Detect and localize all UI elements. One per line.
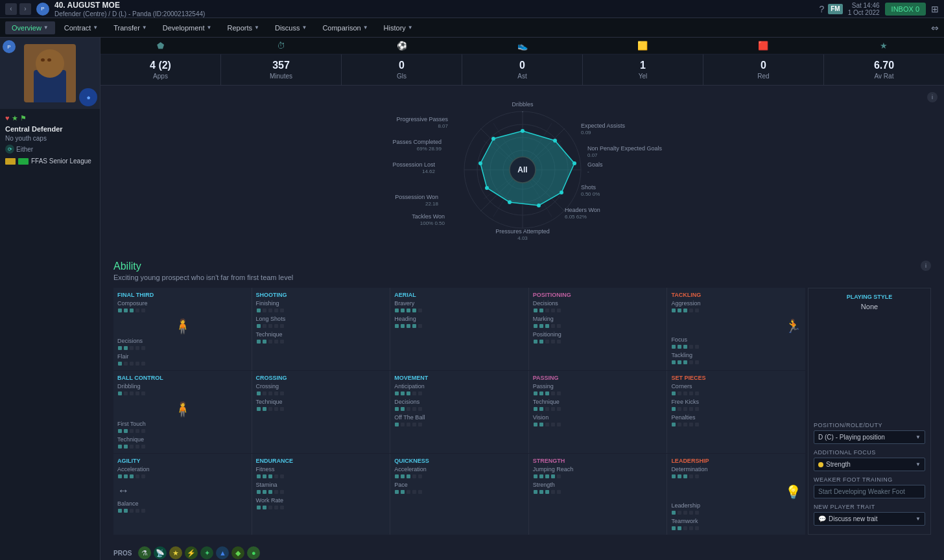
team-icon: P bbox=[36, 3, 49, 16]
back-button[interactable]: ‹ bbox=[5, 3, 17, 15]
player-info-top: 40. AUGUST MOE Defender (Centre) / D (L)… bbox=[54, 1, 205, 18]
nav-comparison[interactable]: Comparison ▼ bbox=[316, 21, 374, 34]
nav-contract[interactable]: Contract ▼ bbox=[58, 21, 105, 34]
strength-dot-icon bbox=[818, 462, 823, 467]
chevron-down-icon: ▼ bbox=[915, 434, 921, 440]
league-name: FFAS Senior League bbox=[31, 158, 91, 165]
ability-info-button[interactable]: i bbox=[921, 261, 931, 271]
expand-icon[interactable]: ⇔ bbox=[931, 23, 939, 33]
nav-development[interactable]: Development ▼ bbox=[156, 21, 218, 34]
nav-reports[interactable]: Reports ▼ bbox=[220, 21, 265, 34]
position-role-select[interactable]: D (C) - Playing position ▼ bbox=[814, 430, 925, 444]
pros-icon-1: ⚗ bbox=[138, 546, 151, 559]
fm-icon[interactable]: FM bbox=[828, 4, 842, 14]
svg-text:Passes Completed: Passes Completed bbox=[392, 139, 442, 145]
weaker-foot-section: WEAKER FOOT TRAINING Start Developing We… bbox=[814, 476, 925, 498]
weaker-foot-input[interactable]: Start Developing Weaker Foot bbox=[814, 485, 925, 498]
svg-text:Expected Assists: Expected Assists bbox=[581, 122, 626, 129]
panel-strength: STRENGTH Jumping Reach Strength bbox=[529, 454, 667, 535]
ability-row-1: FINAL THIRD Composure 🧍 Decisions bbox=[113, 288, 805, 370]
nav-history[interactable]: History ▼ bbox=[377, 21, 419, 34]
foot-label: Either bbox=[16, 146, 33, 153]
panel-crossing: CROSSING Crossing Technique bbox=[252, 371, 390, 453]
panel-endurance: ENDURANCE Fitness Stamina Work Rate bbox=[252, 454, 390, 535]
nav-discuss[interactable]: Discuss ▼ bbox=[268, 21, 313, 34]
pros-icon-2: 📡 bbox=[154, 546, 167, 559]
composure-dots bbox=[117, 308, 248, 313]
svg-text:100%  0.50: 100% 0.50 bbox=[419, 220, 445, 226]
nav-arrows: ‹ › bbox=[5, 3, 31, 15]
ability-section: i Ability Exciting young prospect who is… bbox=[100, 254, 944, 541]
rating-icon: ★ bbox=[823, 38, 944, 54]
svg-text:0.50  0%: 0.50 0% bbox=[581, 191, 600, 197]
svg-text:6.05  62%: 6.05 62% bbox=[565, 214, 587, 220]
svg-text:-: - bbox=[521, 108, 523, 114]
info-button[interactable]: i bbox=[927, 92, 938, 102]
flair-dots bbox=[117, 361, 248, 366]
svg-text:22.18: 22.18 bbox=[425, 201, 438, 207]
svg-text:0.07: 0.07 bbox=[587, 152, 598, 158]
caps-label: No youth caps bbox=[5, 135, 95, 142]
content-area: ⬟ ⏱ ⚽ 👟 🟨 🟥 ★ 4 (2) Apps 357 Minutes 0 G… bbox=[100, 38, 944, 560]
stat-yel: 1 Yel bbox=[583, 54, 703, 85]
svg-text:Headers Won: Headers Won bbox=[565, 207, 600, 213]
player-icons-row: ♥ ★ ⚑ bbox=[5, 114, 95, 122]
goals-icon: ⚽ bbox=[342, 38, 462, 54]
pros-row: PROS ⚗ 📡 ★ ⚡ ✦ ▲ ◆ ● bbox=[113, 546, 931, 559]
svg-text:-: - bbox=[587, 169, 589, 174]
stat-icons-row: ⬟ ⏱ ⚽ 👟 🟨 🟥 ★ bbox=[100, 38, 944, 54]
playing-style-value: None bbox=[814, 303, 925, 310]
league-row: FFAS Senior League bbox=[5, 158, 95, 165]
ability-subtitle: Exciting young prospect who isn't far fr… bbox=[113, 274, 931, 281]
league-badge-green bbox=[18, 158, 29, 165]
panel-aerial: AERIAL Bravery Heading bbox=[390, 288, 528, 370]
top-bar: ‹ › P 40. AUGUST MOE Defender (Centre) /… bbox=[0, 0, 944, 18]
svg-point-46 bbox=[485, 186, 489, 190]
panel-passing: PASSING Passing Technique Vision bbox=[529, 371, 667, 453]
chevron-down-icon-2: ▼ bbox=[915, 461, 921, 467]
ability-row-2: BALL CONTROL Dribbling 🧍 First Touch bbox=[113, 371, 805, 453]
resize-icon[interactable]: ⊞ bbox=[931, 4, 939, 14]
pros-icon-8: ● bbox=[247, 546, 260, 559]
svg-text:Progressive Passes: Progressive Passes bbox=[396, 116, 448, 122]
flair-label: Flair bbox=[117, 353, 248, 360]
nav-transfer[interactable]: Transfer ▼ bbox=[107, 21, 153, 34]
top-bar-right: ? FM Sat 14:46 1 Oct 2022 INBOX 0 ⊞ bbox=[819, 2, 939, 16]
foot-row: ⟳ Either bbox=[5, 145, 95, 154]
playing-style-section: PLAYING STYLE None bbox=[814, 294, 925, 310]
leadership-figure: 💡 bbox=[671, 482, 801, 502]
new-player-trait-section: NEW PLAYER TRAIT 💬 Discuss new trait ▼ bbox=[814, 504, 925, 526]
additional-focus-label: ADDITIONAL FOCUS bbox=[814, 449, 925, 456]
stat-gls: 0 Gls bbox=[342, 54, 462, 85]
nav-overview[interactable]: Overview ▼ bbox=[5, 21, 55, 34]
team-badge: ⬟ bbox=[79, 88, 97, 106]
additional-focus-section: ADDITIONAL FOCUS Strength ▼ bbox=[814, 449, 925, 471]
panel-movement: MOVEMENT Anticipation Decisions Off The … bbox=[390, 371, 528, 453]
new-player-trait-select[interactable]: 💬 Discuss new trait ▼ bbox=[814, 512, 925, 526]
league-badge-yellow bbox=[5, 158, 16, 165]
additional-focus-select[interactable]: Strength ▼ bbox=[814, 458, 925, 471]
radar-chart: All Dribbles - Expected Assists 0.09 Non… bbox=[309, 92, 737, 248]
svg-text:8.07: 8.07 bbox=[438, 123, 448, 129]
panel-tackling: TACKLING Aggression 🏃 Focus bbox=[667, 288, 805, 370]
flag-icon: ⚑ bbox=[20, 114, 27, 122]
svg-text:Possession Lost: Possession Lost bbox=[392, 161, 435, 168]
shooting-label: SHOOTING bbox=[256, 292, 386, 298]
assists-icon: 👟 bbox=[462, 38, 583, 54]
pros-cons-area: PROS ⚗ 📡 ★ ⚡ ✦ ▲ ◆ ● CONS ✕ ↓ ! ⚠ ◉ ↘ bbox=[100, 541, 944, 560]
tackle-figure: 🏃 bbox=[671, 316, 801, 336]
weaker-foot-label: WEAKER FOOT TRAINING bbox=[814, 476, 925, 483]
panel-quickness: QUICKNESS Acceleration Pace bbox=[390, 454, 528, 535]
help-icon[interactable]: ? bbox=[819, 4, 824, 14]
sidebar-info: ♥ ★ ⚑ Central Defender No youth caps ⟳ E… bbox=[0, 109, 100, 170]
playing-style-label: PLAYING STYLE bbox=[814, 294, 925, 300]
star-green-icon: ★ bbox=[12, 114, 18, 122]
inbox-button[interactable]: INBOX 0 bbox=[885, 3, 926, 16]
svg-point-48 bbox=[491, 137, 495, 141]
forward-button[interactable]: › bbox=[19, 3, 31, 15]
panel-set-pieces: SET PIECES Corners Free Kicks Penalties bbox=[667, 371, 805, 453]
radar-section: i bbox=[100, 86, 944, 254]
position-role-label: POSITION/ROLE/DUTY bbox=[814, 422, 925, 428]
yellow-icon: 🟨 bbox=[582, 38, 703, 54]
minutes-icon: ⏱ bbox=[221, 38, 342, 54]
